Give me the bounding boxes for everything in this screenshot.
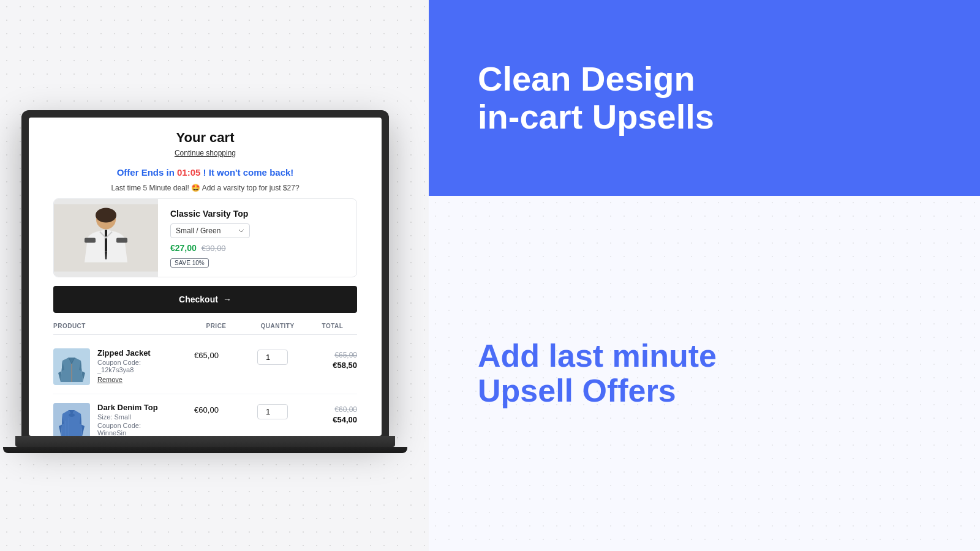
cart-container: Your cart Continue shopping Offer Ends i… — [29, 118, 382, 436]
item-product-col: Dark Denim Top Size: Small Coupon Code: … — [53, 403, 171, 436]
item-qty-wrapper — [242, 348, 303, 365]
table-row: Dark Denim Top Size: Small Coupon Code: … — [53, 394, 357, 436]
right-top-title: Clean Design in-cart Upsells — [478, 60, 931, 135]
right-panel: Clean Design in-cart Upsells Add last mi… — [429, 0, 980, 551]
upsell-price-old: €30,00 — [202, 244, 226, 253]
offer-text: Offer Ends in 01:05 ! It won't come back… — [53, 167, 357, 178]
laptop-bottom — [3, 447, 407, 453]
laptop-screen: Your cart Continue shopping Offer Ends i… — [29, 118, 382, 436]
offer-subtext: Last time 5 Minute deal! 🤩 Add a varsity… — [53, 184, 357, 192]
item-total-original: €60,00 — [334, 405, 357, 414]
variant-select[interactable]: Small / Green — [170, 223, 250, 238]
checkout-button[interactable]: Checkout → — [53, 286, 357, 313]
laptop-mockup: Your cart Continue shopping Offer Ends i… — [21, 110, 407, 453]
cart-table-header: PRODUCT PRICE QUANTITY TOTAL — [53, 323, 357, 335]
item-thumbnail — [53, 348, 90, 385]
item-total: €60,00 €54,00 — [308, 403, 357, 424]
item-quantity-input[interactable] — [257, 350, 288, 365]
item-total-original: €65,00 — [334, 351, 357, 359]
col-header-total: TOTAL — [308, 323, 357, 329]
svg-rect-3 — [105, 230, 107, 252]
col-header-quantity: QUANTITY — [247, 323, 308, 329]
right-top-section: Clean Design in-cart Upsells — [429, 0, 980, 196]
offer-timer: 01:05 — [177, 167, 200, 178]
col-header-price: PRICE — [186, 323, 247, 329]
item-coupon: Coupon Code: _12k7s3ya8 — [97, 359, 171, 373]
svg-point-10 — [69, 413, 75, 417]
item-details: Zipped Jacket Coupon Code: _12k7s3ya8 Re… — [97, 348, 171, 383]
upsell-product-image — [54, 199, 158, 277]
item-qty-wrapper — [242, 403, 303, 419]
item-price: €60,00 — [176, 403, 237, 414]
save-badge: SAVE 10% — [170, 258, 209, 268]
svg-point-2 — [96, 208, 116, 223]
upsell-price-new: €27,00 — [170, 243, 197, 253]
offer-banner: Offer Ends in 01:05 ! It won't come back… — [53, 167, 357, 178]
item-quantity-input[interactable] — [257, 404, 288, 419]
upsell-card: Classic Varsity Top Small / Green €27,00… — [53, 198, 357, 277]
item-price: €65,00 — [176, 348, 237, 360]
left-panel: Your cart Continue shopping Offer Ends i… — [0, 0, 429, 551]
item-details: Dark Denim Top Size: Small Coupon Code: … — [97, 403, 171, 436]
svg-rect-6 — [116, 238, 127, 243]
col-header-product: PRODUCT — [53, 323, 186, 329]
upsell-price-row: €27,00 €30,00 — [170, 243, 250, 253]
item-total: €65,00 €58,50 — [308, 348, 357, 370]
right-bottom-title: Add last minute Upsell Offers — [478, 339, 931, 408]
item-coupon: Coupon Code: WinneSin — [97, 422, 171, 436]
continue-shopping-link[interactable]: Continue shopping — [53, 148, 357, 157]
cart-title: Your cart — [53, 130, 357, 146]
item-name: Zipped Jacket — [97, 348, 171, 358]
upsell-info: Classic Varsity Top Small / Green €27,00… — [158, 199, 262, 277]
svg-rect-5 — [85, 238, 96, 243]
item-product-col: Zipped Jacket Coupon Code: _12k7s3ya8 Re… — [53, 348, 171, 385]
right-bottom-section: Add last minute Upsell Offers — [429, 196, 980, 551]
item-total-discounted: €58,50 — [333, 361, 357, 370]
laptop-bezel: Your cart Continue shopping Offer Ends i… — [21, 110, 389, 436]
item-thumbnail — [53, 403, 90, 436]
item-remove-button[interactable]: Remove — [97, 376, 171, 383]
item-name: Dark Denim Top — [97, 403, 171, 412]
laptop-base — [15, 436, 395, 447]
item-size: Size: Small — [97, 413, 171, 421]
item-total-discounted: €54,00 — [333, 415, 357, 424]
upsell-product-name: Classic Varsity Top — [170, 209, 250, 219]
table-row: Zipped Jacket Coupon Code: _12k7s3ya8 Re… — [53, 340, 357, 394]
